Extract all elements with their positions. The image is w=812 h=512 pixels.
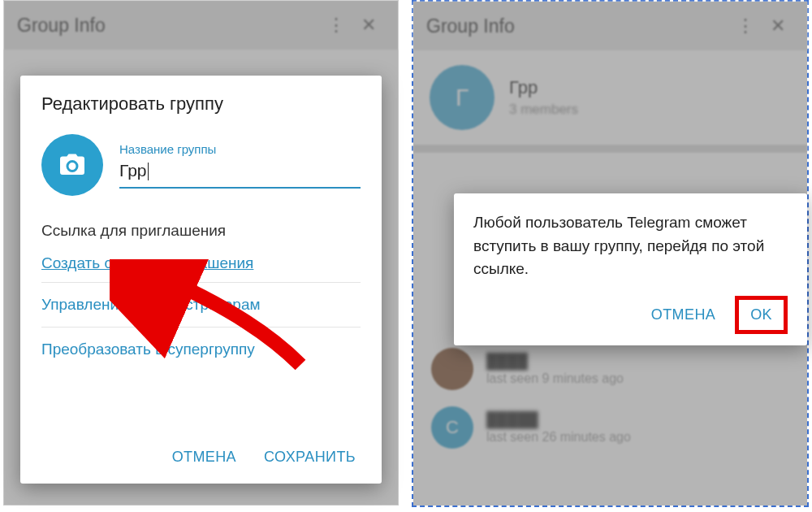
camera-icon[interactable]: [41, 134, 103, 196]
group-name-field[interactable]: Название группы Грр: [119, 142, 361, 189]
dialog-actions: ОТМЕНА СОХРАНИТЬ: [41, 434, 361, 472]
dialog-actions: ОТМЕНА OK: [473, 296, 788, 334]
cancel-button[interactable]: ОТМЕНА: [646, 300, 720, 330]
group-name-input: Грр: [119, 156, 361, 189]
stage: Group Info ⋮ ✕ Редактировать группу Назв…: [0, 0, 812, 512]
dialog-text: Любой пользователь Telegram сможет вступ…: [473, 211, 788, 281]
ok-button[interactable]: OK: [744, 302, 779, 328]
ok-highlight: OK: [735, 296, 788, 334]
left-panel: Group Info ⋮ ✕ Редактировать группу Назв…: [3, 0, 399, 505]
confirm-dialog: Любой пользователь Telegram сможет вступ…: [454, 193, 807, 345]
save-button[interactable]: СОХРАНИТЬ: [259, 442, 361, 472]
group-name-label: Название группы: [119, 142, 361, 156]
cancel-button[interactable]: ОТМЕНА: [167, 442, 241, 472]
invite-section-title: Ссылка для приглашения: [41, 222, 361, 240]
manage-admins-link[interactable]: Управление администраторам: [41, 286, 361, 323]
right-panel: Group Info ⋮ ✕ Г Грр 3 members ████ last…: [412, 0, 809, 507]
dialog-title: Редактировать группу: [41, 93, 361, 115]
edit-group-dialog: Редактировать группу Название группы Грр…: [20, 76, 382, 484]
edit-row: Название группы Грр: [41, 134, 361, 196]
create-invite-link[interactable]: Создать ссылку приглашения: [41, 248, 361, 279]
convert-supergroup-link[interactable]: Преобразовать в супергруппу: [41, 331, 361, 368]
